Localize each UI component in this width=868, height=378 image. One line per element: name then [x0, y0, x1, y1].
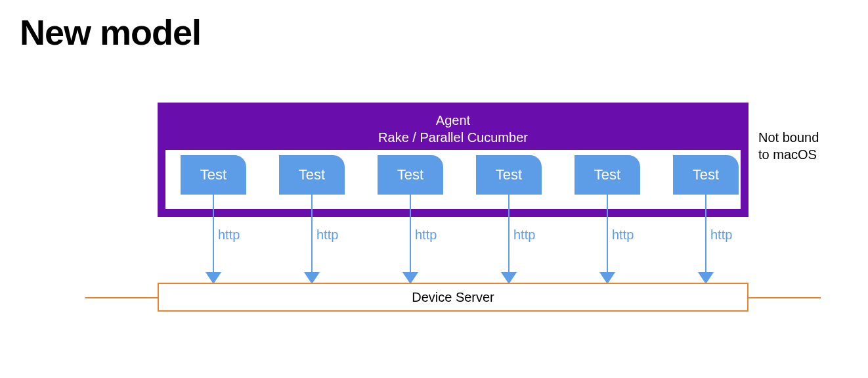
- test-box: Test: [181, 155, 246, 195]
- arrow-line: [508, 195, 510, 272]
- device-server-box: Device Server: [158, 283, 749, 312]
- connection-label: http: [415, 227, 437, 243]
- note: Not bound to macOS: [758, 129, 850, 163]
- test-box: Test: [279, 155, 345, 195]
- note-line2: to macOS: [758, 147, 817, 162]
- device-side-line-right: [749, 297, 821, 298]
- arrow-line: [705, 195, 706, 272]
- connection-label: http: [513, 227, 535, 243]
- agent-container: Agent Rake / Parallel Cucumber: [158, 103, 749, 217]
- arrow-line: [213, 195, 214, 272]
- note-line1: Not bound: [758, 130, 819, 145]
- test-box: Test: [378, 155, 443, 195]
- test-box: Test: [673, 155, 739, 195]
- test-box: Test: [575, 155, 640, 195]
- agent-inner-box: [165, 150, 741, 209]
- test-box: Test: [476, 155, 542, 195]
- slide-title: New model: [20, 12, 201, 53]
- connection-label: http: [710, 227, 732, 243]
- arrow-line: [410, 195, 411, 272]
- connection-label: http: [218, 227, 240, 243]
- connection-label: http: [612, 227, 634, 243]
- agent-label: Agent Rake / Parallel Cucumber: [158, 112, 749, 146]
- device-side-line-left: [85, 297, 158, 298]
- connection-label: http: [316, 227, 338, 243]
- slide: New model Agent Rake / Parallel Cucumber…: [0, 0, 868, 378]
- agent-label-line1: Agent: [436, 113, 470, 128]
- arrow-line: [311, 195, 313, 272]
- agent-label-line2: Rake / Parallel Cucumber: [378, 130, 528, 145]
- arrow-line: [607, 195, 608, 272]
